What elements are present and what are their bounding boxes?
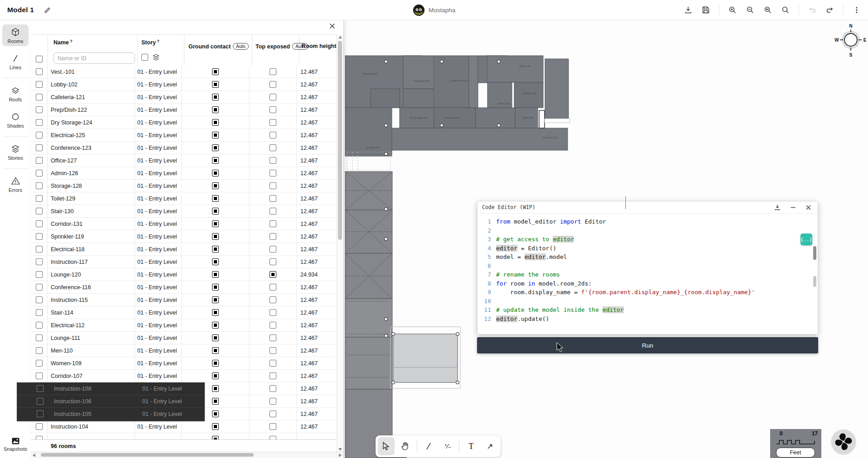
arrow-tool-button[interactable]: ↗ [482,437,498,455]
code-line[interactable]: 11# update the model inside the editor [477,305,818,315]
top-exposed-checkbox[interactable] [270,410,276,417]
row-checkbox[interactable] [36,68,43,75]
code-line[interactable]: 2 [477,226,818,235]
row-checkbox[interactable] [36,271,43,278]
ground-contact-checkbox[interactable] [212,385,219,392]
row-checkbox[interactable] [36,296,43,303]
table-row[interactable]: Stair-130 01 - Entry Level 12.467 [31,205,337,218]
scroll-down-arrow[interactable] [338,448,342,451]
top-exposed-checkbox[interactable] [270,81,276,88]
ground-contact-checkbox[interactable] [212,195,219,202]
table-row[interactable] [31,433,337,439]
pan-tool-button[interactable] [396,437,413,455]
table-row[interactable]: Electrical-125 01 - Entry Level 12.467 [31,129,337,142]
row-checkbox[interactable] [36,322,43,329]
expand-code-button[interactable]: {..} [800,234,812,245]
ground-contact-checkbox[interactable] [212,94,219,100]
top-exposed-checkbox[interactable] [270,372,276,379]
top-exposed-checkbox[interactable] [270,436,276,439]
ground-contact-checkbox[interactable] [212,208,219,215]
top-exposed-checkbox[interactable] [270,258,276,265]
scroll-up-arrow[interactable] [338,36,342,38]
table-row[interactable]: Corridor-107 01 - Entry Level 12.467 [31,370,337,382]
row-checkbox[interactable] [36,372,43,379]
top-exposed-checkbox[interactable] [270,132,276,138]
top-exposed-checkbox[interactable] [270,296,276,303]
row-checkbox[interactable] [36,220,43,227]
sidebar-item-snapshots[interactable]: Snapshots [0,438,31,452]
text-tool-button[interactable]: T [463,437,479,455]
table-row[interactable]: Lounge-120 01 - Entry Level 24.934 [31,268,337,281]
table-row[interactable]: Cafeteria-121 01 - Entry Level 12.467 [31,91,337,104]
row-checkbox[interactable] [36,360,43,367]
top-exposed-checkbox[interactable] [270,334,276,341]
undo-button[interactable] [805,3,819,17]
table-row[interactable]: Instruction-117 01 - Entry Level 12.467 [31,256,337,268]
row-checkbox[interactable] [36,157,43,164]
ground-contact-checkbox[interactable] [212,81,219,88]
offset-tool-button[interactable]: ⁺⁄₋ [439,437,456,455]
top-exposed-checkbox[interactable] [270,157,276,164]
row-checkbox[interactable] [36,170,43,177]
zoom-extents-button[interactable] [761,3,775,17]
run-button[interactable]: Run [477,337,818,353]
story-filter-checkbox[interactable] [141,54,148,61]
row-checkbox[interactable] [36,208,43,215]
table-row[interactable]: Instruction-115 01 - Entry Level 12.467 [31,294,337,306]
code-line[interactable]: 8for room in model.room_2ds: [477,279,818,288]
row-checkbox[interactable] [36,258,43,265]
table-row[interactable]: Women-109 01 - Entry Level 12.467 [31,357,337,370]
ground-contact-checkbox[interactable] [212,436,219,439]
ground-contact-checkbox[interactable] [212,119,219,126]
row-checkbox[interactable] [36,334,43,341]
table-row[interactable]: Electrical-112 01 - Entry Level 12.467 [31,319,337,332]
auto-badge[interactable]: Auto [233,43,249,50]
ground-contact-checkbox[interactable] [212,246,219,253]
row-checkbox[interactable] [36,132,43,138]
scroll-left-arrow[interactable] [33,453,35,457]
top-exposed-checkbox[interactable] [270,208,276,215]
ground-contact-checkbox[interactable] [212,258,219,265]
top-exposed-checkbox[interactable] [270,284,276,291]
code-line[interactable]: 4editor = Editor() [477,244,818,253]
table-row[interactable]: Storage-128 01 - Entry Level 12.467 [31,180,337,192]
scroll-right-arrow[interactable] [339,453,342,457]
table-row[interactable]: Electrical-118 01 - Entry Level 12.467 [31,243,337,256]
zoom-in-button[interactable] [726,3,739,17]
table-row[interactable]: Conference-123 01 - Entry Level 12.467 [31,142,337,154]
code-line[interactable]: 5model = editor.model [477,253,818,262]
ground-contact-checkbox[interactable] [212,157,219,164]
ground-contact-checkbox[interactable] [212,347,219,354]
download-button[interactable] [681,3,695,17]
zoom-out-button[interactable] [743,3,757,17]
table-row[interactable]: Conference-116 01 - Entry Level 12.467 [31,281,337,294]
ground-contact-checkbox[interactable] [212,398,219,405]
horizontal-scrollbar[interactable] [31,452,343,458]
ground-contact-checkbox[interactable] [212,372,219,379]
line-tool-button[interactable] [420,437,437,455]
top-exposed-checkbox[interactable] [270,106,276,113]
more-menu-button[interactable] [850,3,863,17]
code-line[interactable]: 6 [477,262,818,271]
code-editor-titlebar[interactable]: Code Editor (WIP) [477,201,818,214]
table-row[interactable]: Office-127 01 - Entry Level 12.467 [31,154,337,167]
name-filter-input[interactable] [53,52,135,64]
ground-contact-checkbox[interactable] [212,284,219,291]
ground-contact-checkbox[interactable] [212,144,219,151]
top-exposed-checkbox[interactable] [270,68,276,75]
table-row[interactable]: Prep/Dish-122 01 - Entry Level 12.467 [31,104,337,116]
top-exposed-checkbox[interactable] [270,233,276,240]
top-exposed-checkbox[interactable] [270,309,276,316]
table-row[interactable]: Corridor-131 01 - Entry Level 12.467 [31,218,337,230]
row-checkbox[interactable] [36,195,43,202]
sidebar-item-lines[interactable]: Lines [2,51,29,72]
code-line[interactable]: 3# get access to editor [477,235,818,244]
row-checkbox[interactable] [36,94,43,100]
row-checkbox[interactable] [36,81,43,88]
ground-contact-checkbox[interactable] [212,233,219,240]
top-exposed-checkbox[interactable] [270,170,276,177]
top-exposed-checkbox[interactable] [270,94,276,100]
code-download-button[interactable] [773,203,781,211]
code-scrollbar-thumb[interactable] [813,246,816,260]
code-minimize-button[interactable] [789,203,797,211]
